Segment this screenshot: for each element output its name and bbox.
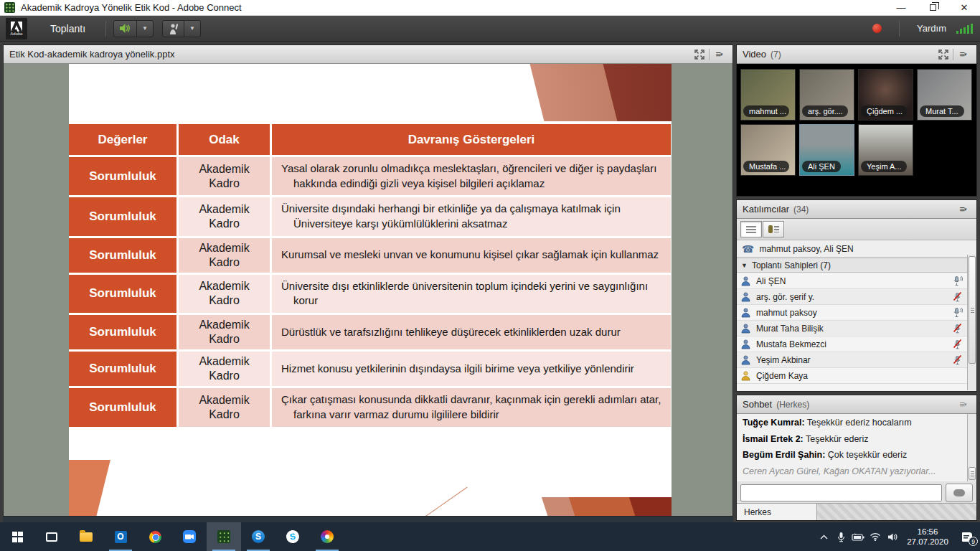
participants-pod-header: Katılımcılar (34) ≡▾ [737,200,976,219]
action-center-button[interactable]: 9 [954,522,980,551]
recording-indicator-icon[interactable] [872,24,882,33]
chat-pod-header: Sohbet (Herkes) ≡▾ [737,395,976,414]
adobe-connect-button[interactable] [207,522,241,551]
minimize-button[interactable]: — [885,0,917,16]
table-cell-value: Sorumluluk [69,238,176,273]
video-tile[interactable]: Çiğdem ... [858,69,913,121]
table-cell-indicator: Üniversite dışındaki herhangi bir etkinl… [272,197,671,235]
tray-battery-icon[interactable] [849,522,867,551]
participant-row[interactable]: Yeşim Akbinar [737,352,967,368]
video-pod-menu-icon[interactable]: ≡▾ [955,48,971,61]
video-pod-header: Video (7) ≡▾ [737,45,976,64]
raise-hand-icon [168,23,179,34]
send-chat-icon [953,489,965,496]
video-count: (7) [771,50,781,60]
zoom-button[interactable] [172,522,207,551]
presentation-pod-menu-icon[interactable]: ≡▾ [711,48,727,61]
table-cell-focus: Akademik Kadro [179,275,270,313]
outlook-button[interactable]: O [103,522,138,551]
mic-muted-icon [952,323,963,334]
windows-logo-icon [12,532,23,542]
video-tile[interactable]: Murat T... [917,69,972,121]
participant-name: mahmut paksoy [756,308,952,318]
close-button[interactable]: ✕ [948,0,980,16]
chat-message: Begüm Erdil Şahin: Çok teşekkür ederiz [743,450,961,461]
table-cell-focus: Akademik Kadro [179,352,270,386]
participant-name: arş. gör. şerif y. [756,292,952,302]
speaker-button[interactable] [114,21,136,37]
titlebar: Akademik Kadroya Yönelik Etik Kod - Adob… [0,0,980,16]
chat-tab-herkes[interactable]: Herkes [737,504,817,520]
mic-on-icon [952,276,963,286]
skype-button[interactable]: S [241,522,275,551]
table-cell-focus: Akademik Kadro [179,315,270,349]
paint3d-button[interactable] [310,522,344,551]
participant-row[interactable]: Murat Taha Bilişik [737,321,967,336]
paint-palette-icon [321,530,334,543]
avatar-icon [741,339,750,349]
chrome-button[interactable] [138,522,172,551]
restore-button[interactable] [917,0,948,16]
participants-pod-menu-icon[interactable]: ≡▾ [955,203,971,216]
tray-chevron-icon[interactable] [815,522,832,551]
card-view-toggle[interactable] [763,221,784,237]
participant-row[interactable]: Çiğdem Kaya [737,368,967,384]
chat-scrollbar-thumb[interactable] [969,467,976,480]
menu-toplanti[interactable]: Toplantı [37,16,98,42]
adobe-logo: Adobe [6,18,27,39]
participant-row[interactable]: Ali ŞEN [737,273,967,289]
table-cell-indicator: Yasal olarak zorunlu olmadıkça meslektaş… [272,157,671,195]
participant-row[interactable]: arş. gör. şerif y. [737,289,967,305]
chat-tabs: Herkes [737,503,976,520]
skype-classic-button[interactable]: S [275,522,310,551]
window-title: Akademik Kadroya Yönelik Etik Kod - Adob… [21,2,885,13]
menu-yardim[interactable]: Yardım [917,23,946,34]
table-header-degerler: Değerler [69,124,176,155]
start-button[interactable] [0,522,34,551]
chat-messages: Tuğçe Kumral: Teşekkür ederiz hocalarım … [737,414,967,481]
video-fullscreen-icon[interactable] [936,48,951,61]
chat-pod-menu-icon[interactable]: ≡▾ [955,398,971,411]
mic-muted-icon [952,291,963,302]
tray-volume-icon[interactable] [884,522,901,551]
avatar-icon [741,308,750,318]
chat-input[interactable] [740,484,942,501]
hosts-group-header[interactable]: ▼ Toplantı Sahipleri (7) [737,258,976,273]
participant-name: Murat Taha Bilişik [756,324,952,334]
raise-hand-button[interactable] [163,21,184,37]
video-tile-name: Murat T... [920,105,964,117]
skype-icon: S [252,530,265,543]
list-view-icon [746,225,756,233]
video-tile[interactable]: Mustafa ... [740,124,796,176]
tray-mic-icon[interactable] [832,522,849,551]
connection-quality-icon[interactable] [956,24,973,34]
menubar-separator [105,21,106,37]
participant-name: Yeşim Akbinar [756,355,952,365]
video-pod: Video (7) ≡▾ mahmut ... arş. gör.... Çiğ… [736,44,977,197]
file-explorer-button[interactable] [69,522,103,551]
table-cell-indicator: Üniversite dışı etkinliklerde üniversite… [272,275,671,313]
send-chat-button[interactable] [946,484,973,502]
video-tile[interactable]: arş. gör.... [799,69,854,121]
tray-wifi-icon[interactable] [867,522,884,551]
participants-scrollbar-thumb[interactable] [969,256,976,364]
mic-dropdown[interactable]: ▼ [184,21,200,37]
clock-date: 27.07.2020 [901,537,954,547]
speaker-dropdown[interactable]: ▼ [136,21,153,37]
chat-scrollbar[interactable] [967,414,976,481]
participant-row[interactable]: mahmut paksoy [737,305,967,321]
video-tile[interactable]: Yeşim A... [858,124,913,176]
video-tile[interactable]: Ali ŞEN [799,124,854,176]
taskbar-clock[interactable]: 16:56 27.07.2020 [901,527,954,547]
participants-scrollbar[interactable] [967,255,976,390]
list-view-toggle[interactable] [740,221,762,237]
table-cell-value: Sorumluluk [69,275,176,313]
task-view-button[interactable] [34,522,69,551]
video-tile[interactable]: mahmut ... [740,69,796,121]
fullscreen-icon[interactable] [692,48,707,61]
ethics-table: Değerler Odak Davranış Göstergeleri Soru… [69,124,669,427]
avatar-icon [741,324,750,334]
avatar-icon-presenter [741,371,750,381]
participant-name: Ali ŞEN [756,276,952,286]
participant-row[interactable]: Mustafa Bekmezci [737,336,967,352]
